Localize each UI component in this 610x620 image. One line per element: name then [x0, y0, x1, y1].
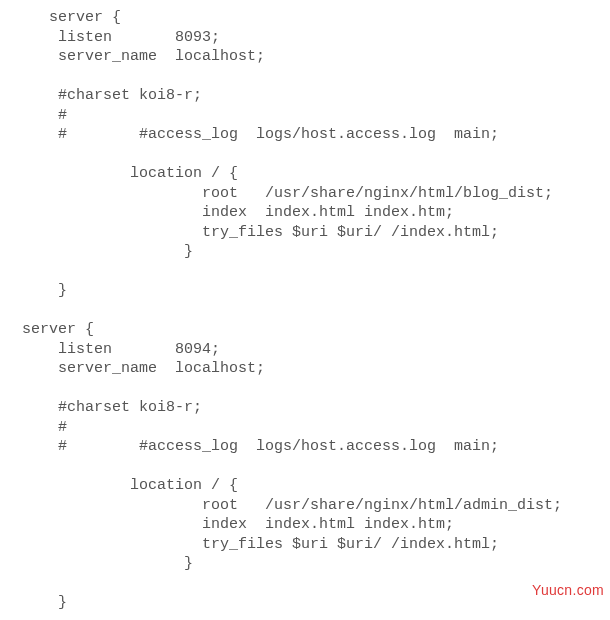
- watermark-text: Yuucn.com: [532, 581, 604, 601]
- nginx-config-code: server { listen 8093; server_name localh…: [0, 0, 610, 613]
